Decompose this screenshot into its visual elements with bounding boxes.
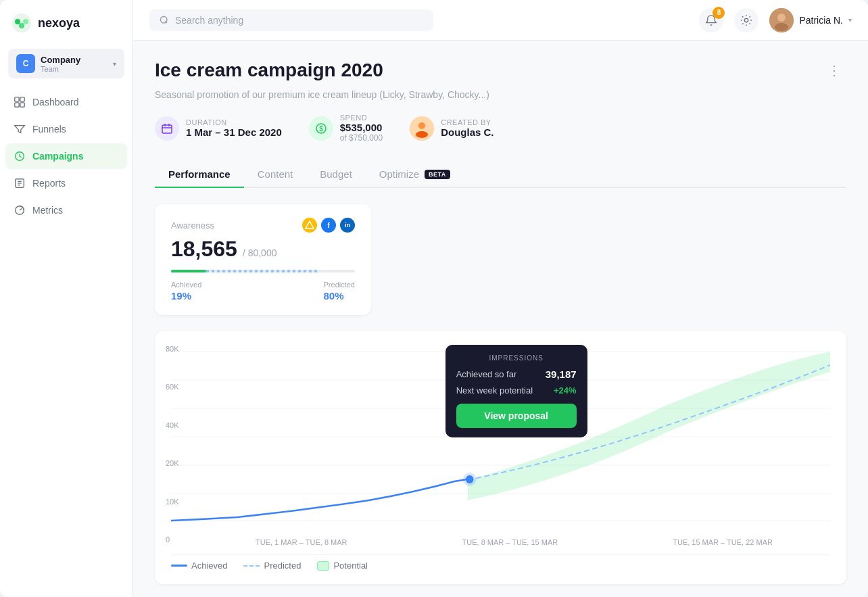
tab-performance[interactable]: Performance <box>155 162 244 188</box>
tooltip-next-week-value: +24% <box>554 385 577 396</box>
company-switcher[interactable]: C Company Team ▾ <box>8 49 124 78</box>
created-value: Douglas C. <box>441 126 493 138</box>
predicted-value: 80% <box>324 290 355 302</box>
potential-area-icon <box>317 561 329 571</box>
achieved-line-icon <box>171 565 187 567</box>
more-options-button[interactable]: ⋮ <box>822 59 846 81</box>
awareness-card: Awareness f in 18,565 / 80,000 <box>155 204 371 315</box>
page-header: Ice cream campaign 2020 ⋮ <box>155 59 846 81</box>
sidebar-item-funnels[interactable]: Funnels <box>5 116 127 142</box>
chart-legend: Achieved Predicted Potential <box>171 554 830 571</box>
svg-rect-19 <box>162 125 172 133</box>
svg-point-27 <box>416 131 428 138</box>
predicted-line-icon <box>243 565 260 567</box>
awareness-value: 18,565 / 80,000 <box>171 237 355 262</box>
spend-of: of $750,000 <box>340 133 383 143</box>
view-proposal-button[interactable]: View proposal <box>456 404 577 428</box>
spend-value: $535,000 <box>340 122 383 133</box>
funnels-icon <box>14 123 26 135</box>
creator-avatar <box>410 116 434 141</box>
sidebar-item-label: Reports <box>32 178 66 189</box>
y-label-80k: 80K <box>166 345 179 353</box>
campaign-tabs: Performance Content Budget Optimize BETA <box>155 162 846 188</box>
svg-point-15 <box>745 18 748 22</box>
svg-rect-4 <box>15 97 19 101</box>
svg-line-13 <box>20 208 22 210</box>
platform-icons: f in <box>302 218 355 233</box>
sidebar-item-reports[interactable]: Reports <box>5 170 127 196</box>
sidebar-item-label: Campaigns <box>32 151 83 162</box>
tooltip-achieved-label: Achieved so far <box>456 369 517 379</box>
legend-potential: Potential <box>317 560 368 571</box>
svg-rect-6 <box>15 103 19 107</box>
facebook-icon: f <box>321 218 336 233</box>
svg-point-17 <box>777 14 786 22</box>
sidebar-item-dashboard[interactable]: Dashboard <box>5 89 127 115</box>
notifications-button[interactable]: 8 <box>699 8 723 32</box>
campaign-meta: Duration 1 Mar – 31 Dec 2020 $ Spend $53… <box>155 114 846 143</box>
predicted-item: Predicted 80% <box>324 281 355 302</box>
awareness-label: Awareness <box>171 220 214 231</box>
tooltip-achieved-value: 39,187 <box>546 368 577 380</box>
svg-point-26 <box>418 122 425 129</box>
page-content: Ice cream campaign 2020 ⋮ Seasonal promo… <box>133 41 868 597</box>
tooltip-next-week-row: Next week potential +24% <box>456 385 577 396</box>
tooltip-achieved-row: Achieved so far 39,187 <box>456 368 577 380</box>
predicted-label: Predicted <box>324 281 355 289</box>
x-label-3: TUE, 15 MAR – TUE, 22 MAR <box>673 538 773 546</box>
duration-icon <box>155 116 179 141</box>
current-point-halo <box>463 473 477 486</box>
main-nav: Dashboard Funnels Campaigns Reports <box>0 89 132 223</box>
company-info: Company Team <box>41 55 107 73</box>
beta-badge: BETA <box>425 170 450 179</box>
x-label-2: TUE, 8 MAR – TUE, 15 MAR <box>462 538 558 546</box>
legend-predicted-label: Predicted <box>264 560 301 571</box>
duration-label: Duration <box>186 118 282 126</box>
topbar: Search anything 8 <box>133 0 868 41</box>
y-label-0: 0 <box>166 535 179 544</box>
svg-text:$: $ <box>319 125 323 133</box>
awareness-header: Awareness f in <box>171 218 355 233</box>
sidebar-item-label: Dashboard <box>32 97 79 108</box>
achieved-item: Achieved 19% <box>171 281 201 302</box>
search-bar[interactable]: Search anything <box>149 9 433 31</box>
chevron-down-icon: ▾ <box>113 60 116 68</box>
campaign-subtitle: Seasonal promotion of our premium ice cr… <box>155 89 846 100</box>
user-menu-button[interactable]: Patricia N. ▾ <box>769 8 852 32</box>
logo-area: nexoya <box>0 0 132 46</box>
tab-content[interactable]: Content <box>244 162 307 188</box>
sidebar: nexoya C Company Team ▾ Dashboard Funnel… <box>0 0 133 597</box>
topbar-right: 8 Patricia N. ▾ <box>699 8 852 32</box>
tab-budget[interactable]: Budget <box>306 162 366 188</box>
y-axis-labels: 80K 60K 40K 20K 10K 0 <box>166 345 179 544</box>
settings-button[interactable] <box>734 8 758 32</box>
campaigns-icon <box>14 150 26 162</box>
duration-meta: Duration 1 Mar – 31 Dec 2020 <box>155 116 282 141</box>
search-icon <box>159 15 170 26</box>
achieved-label: Achieved <box>171 281 201 289</box>
created-meta: Created by Douglas C. <box>410 116 493 141</box>
tab-optimize[interactable]: Optimize BETA <box>366 162 464 188</box>
user-name: Patricia N. <box>799 15 843 26</box>
search-placeholder: Search anything <box>175 15 243 26</box>
sidebar-item-metrics[interactable]: Metrics <box>5 197 127 223</box>
achieved-value: 19% <box>171 290 201 302</box>
page-title: Ice cream campaign 2020 <box>155 59 383 81</box>
sidebar-item-campaigns[interactable]: Campaigns <box>5 143 127 169</box>
svg-point-18 <box>775 23 788 31</box>
tooltip-title: IMPRESSIONS <box>456 354 577 362</box>
svg-point-2 <box>23 19 28 24</box>
chart-tooltip: IMPRESSIONS Achieved so far 39,187 Next … <box>445 345 587 437</box>
sidebar-item-label: Metrics <box>32 205 63 216</box>
svg-point-3 <box>19 23 24 28</box>
svg-rect-5 <box>20 97 24 101</box>
duration-value: 1 Mar – 31 Dec 2020 <box>186 126 282 138</box>
main-content: Search anything 8 <box>133 0 868 597</box>
logo-text: nexoya <box>38 16 80 30</box>
user-avatar <box>769 8 794 32</box>
progress-predicted <box>206 270 318 272</box>
spend-icon: $ <box>309 116 333 141</box>
y-label-40k: 40K <box>166 421 179 429</box>
svg-point-1 <box>15 19 20 24</box>
company-icon: C <box>16 54 35 73</box>
